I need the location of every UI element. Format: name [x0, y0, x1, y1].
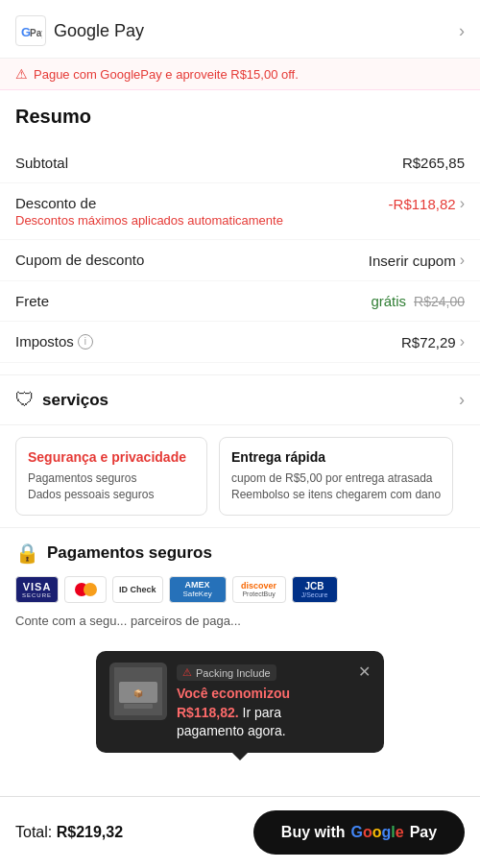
impostos-info-icon[interactable]: i [78, 334, 93, 350]
impostos-row[interactable]: Impostos i R$72,29 › [0, 322, 480, 363]
footer-total-value: R$219,32 [57, 824, 123, 840]
frete-row: Frete grátis R$24,00 [0, 281, 480, 322]
resumo-section: Resumo [0, 90, 480, 128]
header-left: G Pay Google Pay [15, 15, 144, 46]
impostos-label-group: Impostos i [15, 333, 93, 350]
visa-secure-label: SECURE [22, 592, 52, 598]
gpay-logo: G Pay [15, 15, 46, 46]
payments-section: 🔒 Pagamentos seguros VISA SECURE ID Chec… [0, 528, 480, 639]
visa-label: VISA [23, 581, 52, 592]
subtotal-value: R$265,85 [402, 155, 465, 171]
amex-label: AMEX [185, 580, 210, 590]
desconto-label: Desconto de [15, 195, 283, 211]
gpay-g-icon: G Pay [15, 15, 46, 46]
payments-desc: Conte com a segu... parceiros de paga... [15, 613, 465, 630]
discover-badge: discover ProtectBuy [232, 576, 286, 603]
services-header[interactable]: 🛡 serviços › [0, 374, 480, 425]
tooltip-savings-value: R$118,82. [177, 705, 239, 720]
payments-header: 🔒 Pagamentos seguros [15, 542, 465, 565]
tooltip-text: Você economizou R$118,82. Ir para pagame… [177, 685, 345, 741]
service-card-0-title: Segurança e privacidade [28, 449, 195, 465]
svg-text:📦: 📦 [133, 688, 143, 698]
tooltip-badge-icon: ⚠ [182, 666, 192, 679]
idcheck-badge: ID Check [112, 576, 163, 603]
buy-with-gpay-button[interactable]: Buy with Google Pay [253, 810, 465, 855]
payments-title: Pagamentos seguros [47, 543, 212, 563]
subtotal-label: Subtotal [15, 155, 68, 171]
impostos-label: Impostos [15, 333, 74, 350]
frete-value-wrapper: grátis R$24,00 [371, 293, 465, 309]
header-title: Google Pay [54, 21, 144, 41]
desconto-sublabel: Descontos máximos aplicados automaticame… [15, 213, 283, 228]
svg-rect-4 [124, 704, 153, 709]
safekey-label: SafeKey [182, 590, 211, 598]
desconto-value: -R$118,82 [389, 196, 456, 212]
cupom-label: Cupom de desconto [15, 252, 144, 268]
service-card-0: Segurança e privacidade Pagamentos segur… [15, 437, 207, 516]
tooltip-close-icon[interactable]: ✕ [358, 663, 371, 681]
services-header-left: 🛡 serviços [15, 389, 108, 411]
jcb-badge: JCB J/Secure [292, 576, 338, 603]
mastercard-badge [64, 576, 107, 603]
tooltip-content: ⚠ Packing Include Você economizou R$118,… [177, 663, 345, 741]
service-card-1: Entrega rápida cupom de R$5,00 por entre… [219, 437, 453, 516]
cupom-row[interactable]: Cupom de desconto Inserir cupom › [0, 240, 480, 281]
service-card-1-title: Entrega rápida [231, 449, 441, 465]
cupom-chevron-icon: › [460, 252, 465, 269]
impostos-chevron-icon: › [460, 333, 465, 350]
impostos-value-wrapper[interactable]: R$72,29 › [401, 333, 465, 350]
impostos-value: R$72,29 [401, 334, 456, 350]
tooltip-badge-text: Packing Include [196, 667, 271, 679]
buy-prefix: Buy with [281, 824, 346, 841]
resumo-title: Resumo [15, 106, 465, 128]
tooltip-badge: ⚠ Packing Include [177, 664, 276, 681]
promo-banner: ⚠ Pague com GooglePay e aproveite R$15,0… [0, 59, 480, 90]
services-chevron-icon[interactable]: › [459, 390, 465, 410]
header: G Pay Google Pay › [0, 0, 480, 59]
subtotal-row: Subtotal R$265,85 [0, 143, 480, 183]
tooltip-arrow [232, 753, 248, 760]
service-card-0-text: Pagamentos segurosDados pessoais seguros [28, 470, 195, 503]
footer: Total: R$219,32 Buy with Google Pay [0, 796, 480, 868]
jcb-secure-label: J/Secure [301, 591, 328, 598]
frete-label: Frete [15, 293, 49, 309]
amex-safekey-badge: AMEX SafeKey [169, 576, 227, 603]
mc-circles [75, 583, 97, 596]
visa-badge: VISA SECURE [15, 576, 59, 603]
footer-total-label: Total: [15, 824, 52, 840]
tooltip-popup: 📦 ⚠ Packing Include Você economizou R$11… [96, 651, 384, 753]
payment-badges: VISA SECURE ID Check AMEX SafeKey discov… [15, 576, 465, 603]
service-card-1-text: cupom de R$5,00 por entrega atrasadaReem… [231, 470, 441, 503]
desconto-chevron-icon: › [460, 195, 465, 212]
mc-orange-circle [84, 583, 97, 596]
desconto-label-group: Desconto de Descontos máximos aplicados … [15, 195, 283, 228]
desconto-row: Desconto de Descontos máximos aplicados … [0, 183, 480, 240]
promo-text: Pague com GooglePay e aproveite R$15,00 … [34, 67, 299, 82]
protectbuy-label: ProtectBuy [242, 591, 275, 597]
services-title: serviços [42, 391, 108, 410]
header-chevron-icon[interactable]: › [459, 21, 465, 41]
tooltip-product-image: 📦 [109, 663, 167, 720]
tooltip-savings-label: Você economizou [177, 686, 290, 701]
desconto-value-wrapper[interactable]: -R$118,82 › [389, 195, 465, 212]
frete-green-value: grátis [371, 293, 406, 309]
payments-shield-icon: 🔒 [15, 542, 39, 565]
jcb-label: JCB [305, 581, 324, 591]
shield-icon: 🛡 [15, 389, 35, 411]
promo-warning-icon: ⚠ [15, 66, 28, 82]
idcheck-label: ID Check [119, 585, 156, 594]
service-cards: Segurança e privacidade Pagamentos segur… [0, 425, 480, 528]
footer-total: Total: R$219,32 [15, 824, 123, 841]
svg-text:Pay: Pay [30, 28, 42, 38]
frete-strike-value: R$24,00 [414, 294, 465, 309]
cupom-value-wrapper[interactable]: Inserir cupom › [369, 252, 465, 269]
gpay-g-logo: Google [351, 824, 404, 841]
discover-label: discover [241, 581, 276, 591]
buy-suffix: Pay [410, 824, 437, 841]
cupom-value: Inserir cupom [369, 253, 456, 269]
